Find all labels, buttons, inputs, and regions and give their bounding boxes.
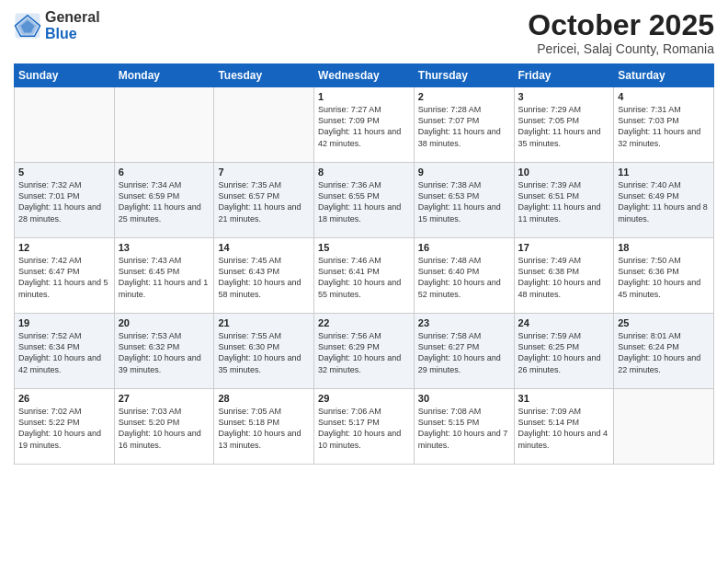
logo-text: General Blue xyxy=(45,9,100,41)
weekday-header-thursday: Thursday xyxy=(414,64,514,87)
day-number: 4 xyxy=(618,91,710,102)
day-number: 12 xyxy=(18,242,110,253)
day-info: Sunrise: 7:59 AMSunset: 6:25 PMDaylight:… xyxy=(518,330,610,375)
day-number: 14 xyxy=(218,242,310,253)
day-number: 8 xyxy=(318,167,410,178)
weekday-header-monday: Monday xyxy=(114,64,214,87)
day-number: 25 xyxy=(618,317,710,328)
week-row-4: 19Sunrise: 7:52 AMSunset: 6:34 PMDayligh… xyxy=(15,314,714,389)
day-number: 29 xyxy=(318,393,410,404)
day-info: Sunrise: 7:43 AMSunset: 6:45 PMDaylight:… xyxy=(119,255,210,300)
calendar-cell: 22Sunrise: 7:56 AMSunset: 6:29 PMDayligh… xyxy=(314,314,415,389)
day-info: Sunrise: 7:09 AMSunset: 5:14 PMDaylight:… xyxy=(518,406,610,451)
week-row-3: 12Sunrise: 7:42 AMSunset: 6:47 PMDayligh… xyxy=(15,238,714,314)
month-title: October 2025 xyxy=(528,9,714,41)
day-number: 24 xyxy=(518,317,610,328)
calendar-table: SundayMondayTuesdayWednesdayThursdayFrid… xyxy=(14,63,714,465)
calendar-cell: 11Sunrise: 7:40 AMSunset: 6:49 PMDayligh… xyxy=(614,163,714,238)
calendar-cell: 7Sunrise: 7:35 AMSunset: 6:57 PMDaylight… xyxy=(214,163,314,238)
day-number: 28 xyxy=(218,393,310,404)
logo: General Blue xyxy=(14,9,100,41)
calendar-cell: 10Sunrise: 7:39 AMSunset: 6:51 PMDayligh… xyxy=(514,163,614,238)
day-number: 23 xyxy=(418,317,510,328)
day-info: Sunrise: 7:52 AMSunset: 6:34 PMDaylight:… xyxy=(18,330,110,375)
calendar-cell: 1Sunrise: 7:27 AMSunset: 7:09 PMDaylight… xyxy=(314,87,415,163)
day-number: 3 xyxy=(518,91,610,102)
day-info: Sunrise: 7:29 AMSunset: 7:05 PMDaylight:… xyxy=(518,104,610,149)
day-number: 22 xyxy=(318,317,410,328)
calendar-cell: 18Sunrise: 7:50 AMSunset: 6:36 PMDayligh… xyxy=(614,238,714,314)
day-info: Sunrise: 7:50 AMSunset: 6:36 PMDaylight:… xyxy=(618,255,710,300)
calendar-cell xyxy=(114,87,214,163)
day-number: 18 xyxy=(618,242,710,253)
day-number: 19 xyxy=(18,317,110,328)
calendar-cell: 27Sunrise: 7:03 AMSunset: 5:20 PMDayligh… xyxy=(114,389,214,465)
day-number: 26 xyxy=(18,393,110,404)
day-info: Sunrise: 7:48 AMSunset: 6:40 PMDaylight:… xyxy=(418,255,510,300)
calendar-cell: 31Sunrise: 7:09 AMSunset: 5:14 PMDayligh… xyxy=(514,389,614,465)
day-info: Sunrise: 7:31 AMSunset: 7:03 PMDaylight:… xyxy=(618,104,710,149)
day-number: 21 xyxy=(218,317,310,328)
week-row-1: 1Sunrise: 7:27 AMSunset: 7:09 PMDaylight… xyxy=(15,87,714,163)
calendar-cell xyxy=(15,87,115,163)
day-info: Sunrise: 7:39 AMSunset: 6:51 PMDaylight:… xyxy=(518,179,610,224)
weekday-header-friday: Friday xyxy=(514,64,614,87)
day-info: Sunrise: 7:03 AMSunset: 5:20 PMDaylight:… xyxy=(119,406,210,451)
day-info: Sunrise: 7:45 AMSunset: 6:43 PMDaylight:… xyxy=(218,255,310,300)
calendar-cell: 23Sunrise: 7:58 AMSunset: 6:27 PMDayligh… xyxy=(414,314,514,389)
calendar-cell: 9Sunrise: 7:38 AMSunset: 6:53 PMDaylight… xyxy=(414,163,514,238)
day-number: 20 xyxy=(119,317,210,328)
location: Pericei, Salaj County, Romania xyxy=(528,41,714,56)
day-number: 17 xyxy=(518,242,610,253)
day-number: 2 xyxy=(418,91,510,102)
day-info: Sunrise: 7:32 AMSunset: 7:01 PMDaylight:… xyxy=(18,179,110,224)
logo-blue-text: Blue xyxy=(45,26,100,42)
calendar-cell: 17Sunrise: 7:49 AMSunset: 6:38 PMDayligh… xyxy=(514,238,614,314)
day-number: 15 xyxy=(318,242,410,253)
day-info: Sunrise: 7:06 AMSunset: 5:17 PMDaylight:… xyxy=(318,406,410,451)
logo-icon xyxy=(14,12,41,40)
weekday-header-saturday: Saturday xyxy=(614,64,714,87)
day-number: 11 xyxy=(618,167,710,178)
week-row-2: 5Sunrise: 7:32 AMSunset: 7:01 PMDaylight… xyxy=(15,163,714,238)
calendar-cell: 8Sunrise: 7:36 AMSunset: 6:55 PMDaylight… xyxy=(314,163,415,238)
calendar-cell: 29Sunrise: 7:06 AMSunset: 5:17 PMDayligh… xyxy=(314,389,415,465)
day-number: 5 xyxy=(18,167,110,178)
day-info: Sunrise: 7:56 AMSunset: 6:29 PMDaylight:… xyxy=(318,330,410,375)
day-number: 10 xyxy=(518,167,610,178)
day-info: Sunrise: 7:55 AMSunset: 6:30 PMDaylight:… xyxy=(218,330,310,375)
day-info: Sunrise: 7:08 AMSunset: 5:15 PMDaylight:… xyxy=(418,406,510,451)
day-info: Sunrise: 7:34 AMSunset: 6:59 PMDaylight:… xyxy=(119,179,210,224)
day-info: Sunrise: 7:35 AMSunset: 6:57 PMDaylight:… xyxy=(218,179,310,224)
title-section: October 2025 Pericei, Salaj County, Roma… xyxy=(528,9,714,56)
calendar-cell: 3Sunrise: 7:29 AMSunset: 7:05 PMDaylight… xyxy=(514,87,614,163)
calendar-cell: 5Sunrise: 7:32 AMSunset: 7:01 PMDaylight… xyxy=(15,163,115,238)
day-number: 7 xyxy=(218,167,310,178)
header: General Blue October 2025 Pericei, Salaj… xyxy=(14,9,714,56)
calendar-cell: 28Sunrise: 7:05 AMSunset: 5:18 PMDayligh… xyxy=(214,389,314,465)
calendar-cell: 14Sunrise: 7:45 AMSunset: 6:43 PMDayligh… xyxy=(214,238,314,314)
day-info: Sunrise: 7:49 AMSunset: 6:38 PMDaylight:… xyxy=(518,255,610,300)
calendar-cell: 16Sunrise: 7:48 AMSunset: 6:40 PMDayligh… xyxy=(414,238,514,314)
calendar-cell: 6Sunrise: 7:34 AMSunset: 6:59 PMDaylight… xyxy=(114,163,214,238)
day-number: 13 xyxy=(119,242,210,253)
calendar-cell: 20Sunrise: 7:53 AMSunset: 6:32 PMDayligh… xyxy=(114,314,214,389)
week-row-5: 26Sunrise: 7:02 AMSunset: 5:22 PMDayligh… xyxy=(15,389,714,465)
day-info: Sunrise: 7:36 AMSunset: 6:55 PMDaylight:… xyxy=(318,179,410,224)
day-number: 30 xyxy=(418,393,510,404)
day-info: Sunrise: 7:38 AMSunset: 6:53 PMDaylight:… xyxy=(418,179,510,224)
calendar-cell: 21Sunrise: 7:55 AMSunset: 6:30 PMDayligh… xyxy=(214,314,314,389)
calendar-cell: 24Sunrise: 7:59 AMSunset: 6:25 PMDayligh… xyxy=(514,314,614,389)
weekday-header-sunday: Sunday xyxy=(15,64,115,87)
weekday-header-wednesday: Wednesday xyxy=(314,64,415,87)
calendar-cell: 2Sunrise: 7:28 AMSunset: 7:07 PMDaylight… xyxy=(414,87,514,163)
day-info: Sunrise: 7:27 AMSunset: 7:09 PMDaylight:… xyxy=(318,104,410,149)
calendar-cell xyxy=(214,87,314,163)
calendar-cell: 30Sunrise: 7:08 AMSunset: 5:15 PMDayligh… xyxy=(414,389,514,465)
day-info: Sunrise: 7:05 AMSunset: 5:18 PMDaylight:… xyxy=(218,406,310,451)
day-info: Sunrise: 7:40 AMSunset: 6:49 PMDaylight:… xyxy=(618,179,710,224)
logo-general-text: General xyxy=(45,9,100,26)
day-info: Sunrise: 7:46 AMSunset: 6:41 PMDaylight:… xyxy=(318,255,410,300)
weekday-header-row: SundayMondayTuesdayWednesdayThursdayFrid… xyxy=(15,64,714,87)
day-number: 1 xyxy=(318,91,410,102)
